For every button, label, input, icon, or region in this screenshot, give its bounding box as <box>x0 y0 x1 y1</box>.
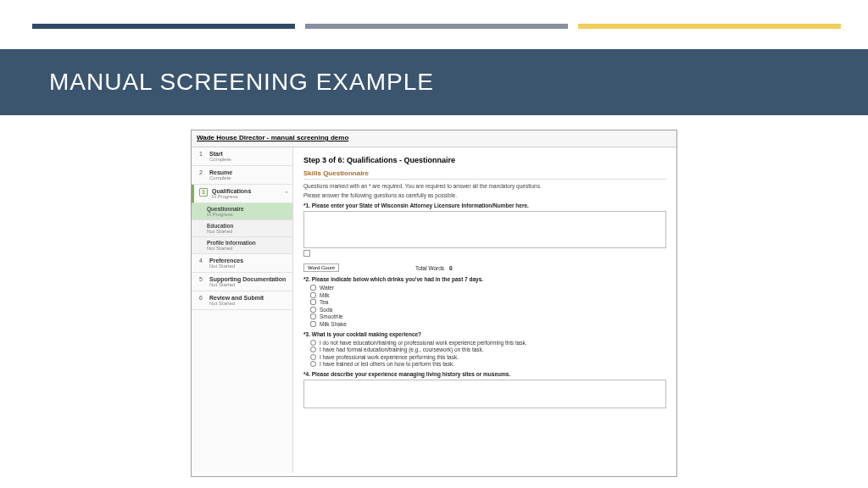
radio[interactable] <box>310 354 316 360</box>
step-title: Supporting Documentation <box>209 276 289 282</box>
accent-bar-2 <box>305 24 568 29</box>
section-subheader: Skills Questionnaire <box>303 169 666 180</box>
substep-questionnaire[interactable]: Questionnaire In Progress <box>192 203 292 220</box>
sidebar-step-5[interactable]: 5 Supporting Documentation Not Started <box>192 273 292 291</box>
checkbox[interactable] <box>310 299 316 305</box>
step-status: Not Started <box>209 282 289 287</box>
checkbox[interactable] <box>310 313 316 319</box>
accent-bar-1 <box>32 24 295 29</box>
substep-title: Profile Information <box>207 240 289 246</box>
step-title: Qualifications <box>212 188 280 194</box>
step-number: 2 <box>197 169 205 175</box>
checkbox[interactable] <box>310 285 316 291</box>
step-title: Preferences <box>209 258 289 263</box>
slide-header: MANUAL SCREENING EXAMPLE <box>0 49 868 115</box>
question-1: *1. Please enter your State of Wisconsin… <box>303 202 666 208</box>
expand-icon[interactable] <box>303 250 310 257</box>
q2-option-milkshake[interactable]: Milk Shake <box>310 321 666 327</box>
app-title-link[interactable]: Wade House Director - manual screening d… <box>197 134 348 141</box>
step-status: Not Started <box>209 263 289 269</box>
total-words-label: Total Words 0 <box>415 265 453 271</box>
question-3: *3. What is your cocktail making experie… <box>303 331 666 337</box>
sidebar-step-6[interactable]: 6 Review and Submit Not Started <box>192 291 292 310</box>
step-title: Resume <box>209 169 289 175</box>
substep-title: Education <box>207 223 289 229</box>
slide-title: MANUAL SCREENING EXAMPLE <box>49 69 434 96</box>
radio[interactable] <box>310 347 316 352</box>
app-body: 1 Start Complete 2 Resume Complete 3 Qua… <box>192 147 676 473</box>
chevron-up-icon: ⌃ <box>284 191 289 197</box>
step-number: 1 <box>197 151 205 157</box>
checkbox[interactable] <box>310 292 316 298</box>
checkbox[interactable] <box>310 321 316 327</box>
step-title: Review and Submit <box>209 295 289 301</box>
q3-option-2[interactable]: I have had formal education/training (e.… <box>310 347 666 352</box>
sidebar-step-1[interactable]: 1 Start Complete <box>192 147 292 166</box>
q2-option-tea[interactable]: Tea <box>310 299 666 305</box>
substep-title: Questionnaire <box>207 206 289 212</box>
substep-education[interactable]: Education Not Started <box>192 220 292 237</box>
sidebar: 1 Start Complete 2 Resume Complete 3 Qua… <box>192 147 293 473</box>
sidebar-step-4[interactable]: 4 Preferences Not Started <box>192 254 292 273</box>
substep-status: Not Started <box>207 246 289 251</box>
question-2: *2. Please indicate below which drinks y… <box>303 276 666 282</box>
q2-option-milk[interactable]: Milk <box>310 292 666 298</box>
step-status: In Progress <box>212 194 280 199</box>
q2-option-water[interactable]: Water <box>310 285 666 291</box>
checkbox[interactable] <box>310 307 316 313</box>
question-4: *4. Please describe your experience mana… <box>303 371 666 377</box>
q2-option-smoothie[interactable]: Smoothie <box>310 313 666 319</box>
sidebar-step-2[interactable]: 2 Resume Complete <box>192 166 292 185</box>
step-status: Not Started <box>209 301 289 306</box>
q3-option-3[interactable]: I have professional work experience perf… <box>310 354 666 360</box>
sidebar-step-3[interactable]: 3 Qualifications In Progress ⌃ <box>192 185 292 203</box>
page-title: Step 3 of 6: Qualifications - Questionna… <box>303 156 666 164</box>
total-words-value: 0 <box>449 265 453 271</box>
word-count-row: Word Count Total Words 0 <box>303 263 666 272</box>
step-status: Complete <box>209 157 289 162</box>
q3-option-1[interactable]: I do not have education/training or prof… <box>310 340 666 346</box>
substeps: Questionnaire In Progress Education Not … <box>192 203 292 254</box>
q3-option-4[interactable]: I have trained or led others on how to p… <box>310 361 666 367</box>
step-number: 3 <box>199 188 208 197</box>
step-title: Start <box>209 151 289 157</box>
intro-text-2: Please answer the following questions as… <box>303 192 666 198</box>
q2-option-soda[interactable]: Soda <box>310 307 666 313</box>
step-status: Complete <box>209 175 289 180</box>
step-number: 4 <box>197 258 205 263</box>
substep-profile[interactable]: Profile Information Not Started <box>192 237 292 254</box>
intro-text-1: Questions marked with an * are required.… <box>303 183 666 189</box>
q4-textarea[interactable] <box>303 380 666 408</box>
substep-status: Not Started <box>207 229 289 234</box>
accent-bars <box>0 24 868 29</box>
q1-textarea[interactable] <box>303 211 666 248</box>
radio[interactable] <box>310 340 316 346</box>
accent-bar-3 <box>578 24 841 29</box>
substep-status: In Progress <box>207 212 289 217</box>
step-number: 6 <box>197 295 205 301</box>
word-count-button[interactable]: Word Count <box>303 263 339 272</box>
radio[interactable] <box>310 361 316 367</box>
app-window: Wade House Director - manual screening d… <box>191 130 677 477</box>
main-content: Step 3 of 6: Qualifications - Questionna… <box>293 147 676 473</box>
step-number: 5 <box>197 276 205 282</box>
app-header: Wade House Director - manual screening d… <box>192 130 676 147</box>
